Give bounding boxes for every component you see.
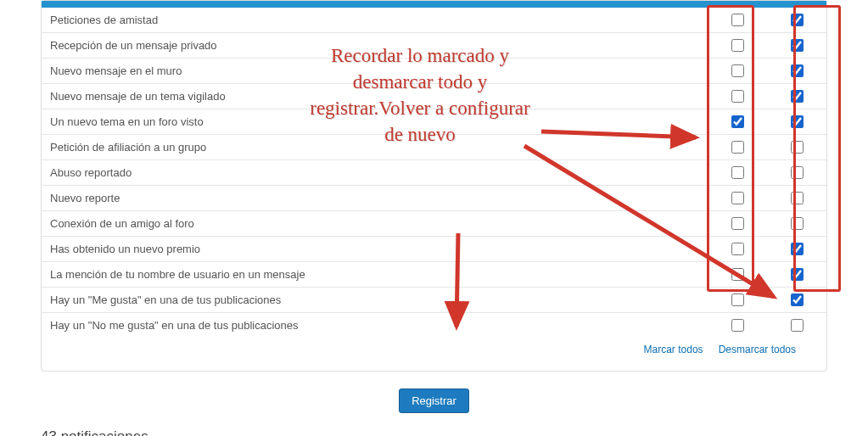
unmark-all-link[interactable]: Desmarcar todos [719, 344, 796, 355]
settings-table: Peticiones de amistadRecepción de un men… [42, 1, 826, 338]
setting-cb1[interactable] [731, 268, 744, 281]
setting-label: Nuevo mensaje en el muro [42, 59, 708, 84]
setting-cb1[interactable] [731, 166, 744, 179]
setting-cb1[interactable] [731, 115, 744, 128]
setting-cb1[interactable] [731, 293, 744, 306]
setting-cb1[interactable] [731, 141, 744, 154]
setting-label: Un nuevo tema en un foro visto [42, 109, 708, 135]
setting-cb2[interactable] [791, 64, 804, 77]
settings-row: Peticiones de amistad [42, 8, 826, 33]
settings-row: Hay un "No me gusta" en una de tus publi… [42, 313, 826, 338]
setting-cb2[interactable] [791, 39, 804, 52]
register-button[interactable]: Registrar [399, 388, 469, 413]
setting-label: Petición de afiliación a un grupo [42, 135, 708, 160]
settings-row: Has obtenido un nuevo premio [42, 237, 826, 262]
setting-cb2[interactable] [791, 192, 804, 204]
setting-label: Nuevo mensaje de un tema vigilado [42, 84, 708, 109]
setting-cb2[interactable] [791, 14, 804, 26]
setting-label: Recepción de un mensaje privado [42, 33, 708, 59]
settings-row: Conexión de un amigo al foro [42, 211, 826, 237]
setting-cb2[interactable] [791, 243, 804, 255]
setting-cb2[interactable] [791, 166, 804, 179]
setting-label: Hay un "No me gusta" en una de tus publi… [42, 313, 708, 338]
setting-cb2[interactable] [791, 293, 804, 306]
setting-cb2[interactable] [791, 141, 804, 154]
setting-cb2[interactable] [791, 217, 804, 230]
settings-row: Un nuevo tema en un foro visto [42, 109, 826, 135]
settings-row: Abuso reportado [42, 160, 826, 186]
setting-cb2[interactable] [791, 90, 804, 103]
setting-cb2[interactable] [791, 115, 804, 128]
setting-label: Has obtenido un nuevo premio [42, 237, 708, 262]
setting-label: Hay un "Me gusta" en una de tus publicac… [42, 288, 708, 313]
setting-cb2[interactable] [791, 319, 804, 332]
setting-cb1[interactable] [731, 243, 744, 255]
settings-row: Petición de afiliación a un grupo [42, 135, 826, 160]
setting-label: Conexión de un amigo al foro [42, 211, 708, 237]
setting-cb1[interactable] [731, 192, 744, 204]
setting-label: Nuevo reporte [42, 186, 708, 211]
setting-label: Abuso reportado [42, 160, 708, 186]
settings-row: Nuevo reporte [42, 186, 826, 211]
settings-row: Nuevo mensaje de un tema vigilado [42, 84, 826, 109]
setting-cb2[interactable] [791, 268, 804, 281]
settings-row: La mención de tu nombre de usuario en un… [42, 262, 826, 288]
setting-cb1[interactable] [731, 64, 744, 77]
notifications-title: 43 notificaciones [41, 428, 827, 436]
setting-cb1[interactable] [731, 14, 744, 26]
setting-cb1[interactable] [731, 217, 744, 230]
setting-cb1[interactable] [731, 39, 744, 52]
bulk-links: Marcar todos Desmarcar todos [42, 338, 826, 357]
mark-all-link[interactable]: Marcar todos [644, 344, 703, 355]
setting-label: Peticiones de amistad [42, 8, 708, 33]
setting-cb1[interactable] [731, 319, 744, 332]
settings-row: Recepción de un mensaje privado [42, 33, 826, 59]
settings-row: Hay un "Me gusta" en una de tus publicac… [42, 288, 826, 313]
setting-cb1[interactable] [731, 90, 744, 103]
setting-label: La mención de tu nombre de usuario en un… [42, 262, 708, 288]
settings-row: Nuevo mensaje en el muro [42, 59, 826, 84]
settings-panel: Peticiones de amistadRecepción de un men… [41, 0, 827, 372]
